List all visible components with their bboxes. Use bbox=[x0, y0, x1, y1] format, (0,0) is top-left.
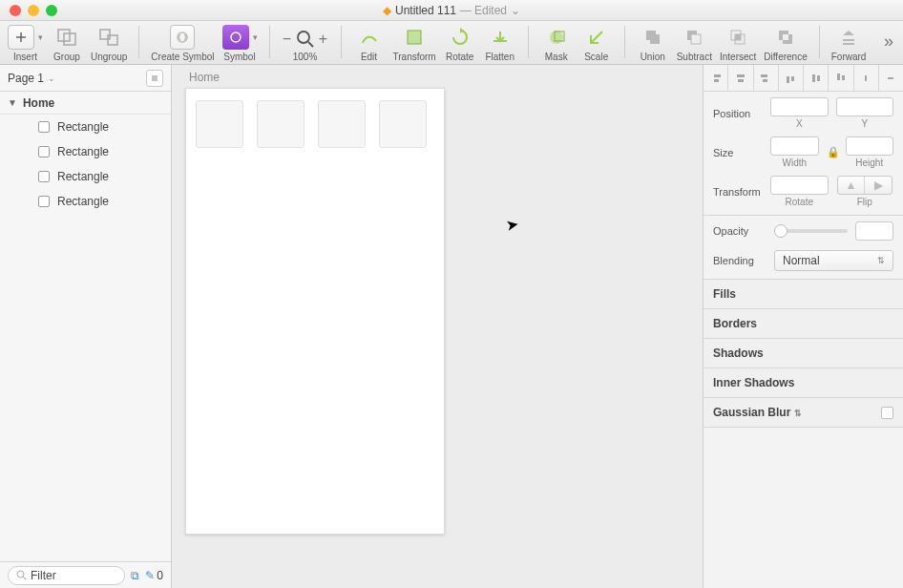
rectangle-shape[interactable] bbox=[196, 100, 243, 148]
expand-pages-button[interactable] bbox=[146, 70, 163, 87]
layer-name: Rectangle bbox=[57, 120, 109, 134]
page-label: Page 1 bbox=[8, 72, 44, 85]
gaussian-blur-checkbox[interactable] bbox=[881, 407, 893, 419]
scale-label: Scale bbox=[584, 52, 608, 62]
flip-vertical-button[interactable]: ▶ bbox=[865, 177, 892, 194]
height-input[interactable] bbox=[846, 136, 894, 156]
align-vcenter-button[interactable] bbox=[804, 65, 829, 91]
gaussian-blur-section-header[interactable]: Gaussian Blur ⇅ bbox=[704, 398, 903, 428]
blending-value: Normal bbox=[783, 254, 820, 267]
union-button[interactable]: Union bbox=[637, 25, 669, 62]
disclosure-triangle-icon[interactable]: ▼ bbox=[8, 97, 17, 108]
position-x-input[interactable] bbox=[770, 97, 829, 116]
rectangle-shape[interactable] bbox=[379, 100, 427, 148]
insert-button[interactable]: ▾ Insert bbox=[8, 25, 43, 62]
edit-button[interactable]: Edit bbox=[353, 25, 386, 62]
zoom-value[interactable]: 100% bbox=[293, 52, 318, 62]
scale-button[interactable]: Scale bbox=[580, 25, 613, 62]
rotate-button[interactable]: Rotate bbox=[444, 25, 476, 62]
svg-rect-5 bbox=[408, 31, 421, 44]
canvas-area[interactable]: Home ➤ bbox=[172, 65, 703, 588]
flatten-label: Flatten bbox=[485, 52, 514, 62]
layer-row[interactable]: Rectangle bbox=[0, 189, 171, 214]
inner-shadows-section-header[interactable]: Inner Shadows bbox=[704, 368, 903, 398]
flatten-button[interactable]: Flatten bbox=[484, 25, 516, 62]
artboard[interactable] bbox=[185, 88, 445, 535]
rectangle-icon bbox=[38, 121, 50, 133]
shadows-section-header[interactable]: Shadows bbox=[704, 339, 903, 368]
blending-select[interactable]: Normal ⇅ bbox=[774, 250, 893, 271]
zoom-window-button[interactable] bbox=[46, 5, 57, 16]
width-input[interactable] bbox=[770, 136, 819, 156]
align-right-button[interactable] bbox=[754, 65, 779, 91]
align-left-button[interactable] bbox=[704, 65, 728, 91]
select-arrows-icon: ⇅ bbox=[877, 256, 885, 265]
document-icon: ◆ bbox=[383, 4, 391, 17]
rectangle-shape[interactable] bbox=[318, 100, 366, 148]
chevron-down-icon: ▾ bbox=[253, 32, 258, 42]
align-hcenter-button[interactable] bbox=[728, 65, 753, 91]
title-dropdown-icon[interactable]: ⌄ bbox=[511, 4, 520, 17]
transform-button[interactable]: Transform bbox=[393, 25, 436, 62]
borders-section-header[interactable]: Borders bbox=[704, 309, 903, 339]
create-symbol-button[interactable]: Create Symbol bbox=[151, 25, 214, 62]
layer-row[interactable]: Rectangle bbox=[0, 164, 171, 189]
rotate-label: Rotate bbox=[446, 52, 473, 62]
close-window-button[interactable] bbox=[10, 5, 21, 16]
rotate-input[interactable] bbox=[770, 176, 829, 195]
lock-aspect-icon[interactable]: 🔒 bbox=[827, 146, 838, 158]
layer-row[interactable]: Rectangle bbox=[0, 115, 171, 139]
insert-label: Insert bbox=[13, 52, 37, 62]
svg-point-4 bbox=[298, 32, 309, 43]
alignment-controls bbox=[704, 65, 903, 92]
opacity-input[interactable] bbox=[855, 221, 893, 241]
opacity-label: Opacity bbox=[713, 225, 766, 237]
geometry-section: Position X Y Size Width 🔒 Height Transfo… bbox=[704, 92, 903, 216]
document-title: Untitled 111 bbox=[395, 4, 456, 17]
rotate-sublabel: Rotate bbox=[786, 197, 813, 207]
toolbar-overflow-icon[interactable]: » bbox=[884, 32, 895, 52]
mask-button[interactable]: Mask bbox=[540, 25, 573, 62]
layers-panel: Page 1 ⌄ ▼ Home Rectangle Rectangle Rect… bbox=[0, 65, 172, 588]
intersect-button[interactable]: Intersect bbox=[720, 25, 756, 62]
page-selector[interactable]: Page 1 ⌄ bbox=[0, 65, 171, 92]
flip-horizontal-button[interactable]: ▲ bbox=[838, 177, 866, 194]
transform-label: Transform bbox=[393, 52, 436, 62]
rectangle-icon bbox=[38, 196, 50, 207]
fills-section-header[interactable]: Fills bbox=[704, 280, 903, 309]
zoom-control[interactable]: − + 100% bbox=[282, 29, 329, 62]
artboard-title[interactable]: Home bbox=[189, 71, 220, 84]
align-top-button[interactable] bbox=[779, 65, 804, 91]
ungroup-button[interactable]: Ungroup bbox=[91, 25, 127, 62]
blending-label: Blending bbox=[713, 255, 766, 266]
shadows-label: Shadows bbox=[713, 346, 764, 360]
minimize-window-button[interactable] bbox=[28, 5, 39, 16]
distribute-h-button[interactable] bbox=[854, 65, 879, 91]
artboard-name: Home bbox=[23, 96, 54, 110]
height-sublabel: Height bbox=[855, 158, 883, 168]
align-bottom-button[interactable] bbox=[829, 65, 853, 91]
zoom-out-button[interactable]: − bbox=[282, 31, 293, 48]
symbol-button[interactable]: ▾ Symbol bbox=[222, 25, 258, 62]
forward-label: Forward bbox=[831, 52, 867, 62]
blur-type-arrows-icon[interactable]: ⇅ bbox=[794, 409, 802, 418]
rectangle-shape[interactable] bbox=[257, 100, 304, 148]
distribute-v-button[interactable] bbox=[879, 65, 903, 91]
size-label: Size bbox=[713, 147, 770, 158]
difference-button[interactable]: Difference bbox=[764, 25, 807, 62]
filter-input[interactable]: Filter bbox=[8, 566, 125, 585]
svg-rect-9 bbox=[691, 34, 701, 44]
gaussian-blur-label: Gaussian Blur bbox=[713, 406, 790, 419]
zoom-in-button[interactable]: + bbox=[318, 31, 329, 48]
position-y-input[interactable] bbox=[836, 97, 894, 116]
group-button[interactable]: Group bbox=[51, 25, 83, 62]
borders-label: Borders bbox=[713, 317, 757, 330]
opacity-slider[interactable] bbox=[774, 229, 848, 233]
forward-button[interactable]: Forward bbox=[831, 25, 867, 62]
layer-row[interactable]: Rectangle bbox=[0, 139, 171, 164]
slice-filter-toggle[interactable]: ✎0 bbox=[145, 569, 163, 582]
artboard-row[interactable]: ▼ Home bbox=[0, 92, 171, 115]
subtract-button[interactable]: Subtract bbox=[677, 25, 712, 62]
symbol-filter-toggle[interactable]: ⧉ bbox=[131, 569, 139, 582]
toolbar: ▾ Insert Group Ungroup Create Symbol ▾ S… bbox=[0, 21, 903, 65]
